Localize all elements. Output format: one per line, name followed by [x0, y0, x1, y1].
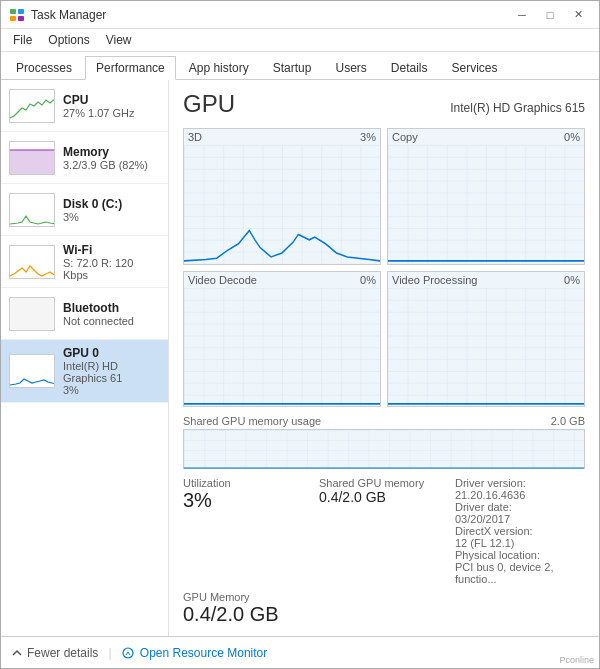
bluetooth-name: Bluetooth — [63, 301, 160, 315]
sidebar-item-gpu[interactable]: GPU 0 Intel(R) HD Graphics 61 3% — [1, 340, 168, 403]
info-date-key: Driver date: — [455, 501, 585, 513]
svg-rect-9 — [184, 430, 584, 470]
chart-3d-label: 3D 3% — [184, 129, 380, 145]
gpu-header: GPU Intel(R) HD Graphics 615 — [183, 90, 585, 118]
shared-mem-label: Shared GPU memory usage 2.0 GB — [183, 415, 585, 427]
svg-rect-7 — [184, 288, 380, 407]
sidebar-item-disk[interactable]: Disk 0 (C:) 3% — [1, 184, 168, 236]
stat-utilization-value: 3% — [183, 489, 313, 512]
shared-mem-title: Shared GPU memory usage — [183, 415, 321, 427]
memory-sub: 3.2/3.9 GB (82%) — [63, 159, 160, 171]
task-manager-window: Task Manager ─ □ ✕ File Options View Pro… — [0, 0, 600, 669]
shared-mem-section: Shared GPU memory usage 2.0 GB — [183, 415, 585, 469]
stat-gpu-memory: GPU Memory 0.4/2.0 GB — [183, 591, 585, 626]
memory-thumbnail — [9, 141, 55, 175]
tab-services[interactable]: Services — [441, 56, 509, 79]
tab-app-history[interactable]: App history — [178, 56, 260, 79]
info-dx-key: DirectX version: — [455, 525, 585, 537]
gpu-model: Intel(R) HD Graphics 615 — [450, 101, 585, 115]
gpu-title: GPU — [183, 90, 235, 118]
chart-copy-area — [388, 145, 584, 264]
menu-view[interactable]: View — [98, 31, 140, 49]
fewer-details-label: Fewer details — [27, 646, 98, 660]
chart-3d-area — [184, 145, 380, 264]
sidebar-item-bluetooth[interactable]: Bluetooth Not connected — [1, 288, 168, 340]
maximize-button[interactable]: □ — [537, 5, 563, 25]
memory-name: Memory — [63, 145, 160, 159]
chart-3d-pct: 3% — [360, 131, 376, 143]
svg-rect-8 — [388, 288, 584, 407]
menu-options[interactable]: Options — [40, 31, 97, 49]
title-bar-controls: ─ □ ✕ — [509, 5, 591, 25]
gpu-name: GPU 0 — [63, 346, 160, 360]
stat-utilization-label: Utilization — [183, 477, 313, 489]
fewer-details-button[interactable]: Fewer details — [11, 646, 98, 660]
resource-monitor-icon — [122, 647, 134, 659]
wifi-thumbnail — [9, 245, 55, 279]
minimize-button[interactable]: ─ — [509, 5, 535, 25]
disk-name: Disk 0 (C:) — [63, 197, 160, 211]
svg-rect-6 — [388, 145, 584, 264]
chart-video-decode: Video Decode 0% — [183, 271, 381, 408]
sidebar-item-memory[interactable]: Memory 3.2/3.9 GB (82%) — [1, 132, 168, 184]
chart-vp-area — [388, 288, 584, 407]
chart-vd-area — [184, 288, 380, 407]
disk-sub: 3% — [63, 211, 160, 223]
gpu-info: GPU 0 Intel(R) HD Graphics 61 3% — [63, 346, 160, 396]
menu-file[interactable]: File — [5, 31, 40, 49]
svg-point-10 — [123, 648, 133, 658]
cpu-sub: 27% 1.07 GHz — [63, 107, 160, 119]
tab-processes[interactable]: Processes — [5, 56, 83, 79]
sidebar-item-wifi[interactable]: Wi-Fi S: 72.0 R: 120 Kbps — [1, 236, 168, 288]
chart-vp-label: Video Processing 0% — [388, 272, 584, 288]
chart-video-processing: Video Processing 0% — [387, 271, 585, 408]
wifi-sub: S: 72.0 R: 120 Kbps — [63, 257, 160, 281]
svg-marker-4 — [10, 150, 55, 175]
info-dx-val: 12 (FL 12.1) — [455, 537, 585, 549]
chart-3d: 3D 3% — [183, 128, 381, 265]
shared-mem-max: 2.0 GB — [551, 415, 585, 427]
chart-copy-pct: 0% — [564, 131, 580, 143]
tab-details[interactable]: Details — [380, 56, 439, 79]
bluetooth-sub: Not connected — [63, 315, 160, 327]
stat-driver: Driver version: 21.20.16.4636 Driver dat… — [455, 477, 585, 585]
info-loc-val: PCI bus 0, device 2, functio... — [455, 561, 585, 585]
svg-rect-5 — [184, 145, 380, 264]
info-driver-val: 21.20.16.4636 — [455, 489, 585, 501]
charts-grid: 3D 3% — [183, 128, 585, 407]
close-button[interactable]: ✕ — [565, 5, 591, 25]
sidebar-item-cpu[interactable]: CPU 27% 1.07 GHz — [1, 80, 168, 132]
tab-performance[interactable]: Performance — [85, 56, 176, 80]
title-bar-title: Task Manager — [31, 8, 106, 22]
stat-gpu-memory-value: 0.4/2.0 GB — [183, 603, 585, 626]
stats-grid: Utilization 3% Shared GPU memory 0.4/2.0… — [183, 477, 585, 585]
disk-info: Disk 0 (C:) 3% — [63, 197, 160, 223]
chart-vd-title: Video Decode — [188, 274, 257, 286]
tab-startup[interactable]: Startup — [262, 56, 323, 79]
info-driver-key: Driver version: — [455, 477, 585, 489]
tabs: Processes Performance App history Startu… — [1, 52, 599, 80]
sidebar: CPU 27% 1.07 GHz Memory 3.2/3.9 GB (82%) — [1, 80, 169, 636]
chevron-up-icon — [11, 647, 23, 659]
gpu-thumbnail — [9, 354, 55, 388]
cpu-thumbnail — [9, 89, 55, 123]
chart-vp-pct: 0% — [564, 274, 580, 286]
chart-copy-title: Copy — [392, 131, 418, 143]
tab-users[interactable]: Users — [324, 56, 377, 79]
stat-shared-gpu-value: 0.4/2.0 GB — [319, 489, 449, 505]
chart-copy-label: Copy 0% — [388, 129, 584, 145]
content-area: CPU 27% 1.07 GHz Memory 3.2/3.9 GB (82%) — [1, 80, 599, 636]
stat-shared-gpu-label: Shared GPU memory — [319, 477, 449, 489]
stat-utilization: Utilization 3% — [183, 477, 313, 585]
bluetooth-thumbnail — [9, 297, 55, 331]
title-bar: Task Manager ─ □ ✕ — [1, 1, 599, 29]
memory-info: Memory 3.2/3.9 GB (82%) — [63, 145, 160, 171]
wifi-info: Wi-Fi S: 72.0 R: 120 Kbps — [63, 243, 160, 281]
info-date-val: 03/20/2017 — [455, 513, 585, 525]
cpu-name: CPU — [63, 93, 160, 107]
open-resource-monitor-button[interactable]: Open Resource Monitor — [122, 646, 268, 660]
wifi-name: Wi-Fi — [63, 243, 160, 257]
disk-thumbnail — [9, 193, 55, 227]
chart-vp-title: Video Processing — [392, 274, 477, 286]
footer: Fewer details | Open Resource Monitor — [1, 636, 599, 668]
